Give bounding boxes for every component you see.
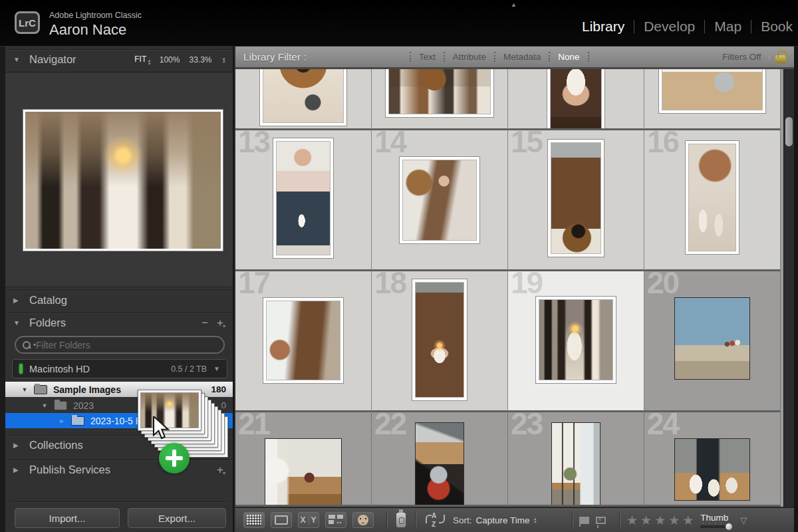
- navigator-preview-area: [5, 72, 233, 287]
- lock-icon[interactable]: [775, 55, 786, 63]
- grid-cell-21[interactable]: 21: [235, 412, 372, 507]
- toolbar-options-icon[interactable]: ▽: [740, 515, 747, 525]
- sort-direction-icon[interactable]: [425, 512, 445, 528]
- collapse-top-panel-arrow[interactable]: ▲: [511, 1, 517, 8]
- folder-name: 2023-10-5 B: [90, 416, 142, 426]
- flag-reject-icon[interactable]: ×: [596, 517, 606, 524]
- filter-folders-input[interactable]: [36, 340, 217, 350]
- right-panel-collapse-rail[interactable]: [794, 47, 798, 532]
- filter-option-metadata[interactable]: Metadata: [503, 52, 541, 62]
- photo-thumbnail: [675, 298, 749, 379]
- filter-folders-field[interactable]: ▾: [15, 336, 225, 354]
- filter-option-attribute[interactable]: Attribute: [453, 52, 486, 62]
- lrc-logo: LrC: [15, 11, 40, 34]
- scrollbar-thumb[interactable]: [785, 117, 793, 146]
- library-filter-options: Text Attribute Metadata None: [402, 52, 597, 62]
- module-divider: [634, 20, 634, 33]
- remove-folder-button[interactable]: −: [201, 317, 207, 330]
- thumbnail-size-label: Thumb: [700, 513, 728, 523]
- navigator-preview[interactable]: [23, 110, 223, 251]
- star-rating-control[interactable]: ★★★★★: [626, 513, 696, 527]
- zoom-ratio[interactable]: 33.3%: [189, 55, 211, 65]
- grid-cell[interactable]: [372, 69, 508, 130]
- catalog-panel-header[interactable]: ▶ Catalog: [5, 290, 233, 310]
- zoom-fit[interactable]: FIT▴▾: [134, 55, 150, 65]
- module-library[interactable]: Library: [582, 19, 624, 35]
- import-button[interactable]: Import...: [15, 508, 120, 528]
- add-publish-service-button[interactable]: +▾: [217, 464, 225, 477]
- painter-icon[interactable]: [396, 513, 406, 527]
- photo-thumbnail: [675, 439, 749, 500]
- photo-thumbnail: [416, 283, 464, 397]
- stepper-icon: ▴▾: [148, 59, 150, 65]
- grid-cell-15[interactable]: 15: [508, 130, 644, 271]
- thumbnail-size-slider[interactable]: [700, 525, 731, 528]
- folder-count: 180: [211, 384, 226, 394]
- app-name: Adobe Lightroom Classic: [49, 11, 142, 20]
- photo-thumbnail: [551, 143, 600, 253]
- grid-cell-17[interactable]: 17: [235, 271, 372, 412]
- photo-thumbnail: [267, 301, 340, 380]
- grid-cell-24[interactable]: 24: [644, 412, 781, 507]
- lightroom-window: LrC Adobe Lightroom Classic Aaron Nace ▲…: [0, 0, 798, 532]
- folders-panel-header[interactable]: ▼ Folders − +▾: [5, 313, 233, 332]
- people-view-icon[interactable]: [352, 512, 374, 528]
- grid-toolbar: XY Sort: Capture Time ▴▾ × ★★★★★ Thumb ▽: [235, 507, 794, 532]
- grid-cell[interactable]: [644, 69, 781, 130]
- photo-thumbnail: [277, 142, 330, 255]
- left-panel-collapse-rail[interactable]: [0, 47, 5, 532]
- volume-disclosure-icon[interactable]: ▼: [213, 365, 220, 372]
- grid-cell-23[interactable]: 23: [508, 412, 644, 507]
- library-filter-title: Library Filter :: [243, 51, 307, 63]
- grid-view-icon[interactable]: [243, 512, 265, 528]
- slider-knob[interactable]: [726, 523, 732, 530]
- folder-name: Sample Images: [53, 384, 121, 395]
- volume-name: Macintosh HD: [29, 364, 90, 374]
- disclosure-down-icon[interactable]: ▼: [20, 386, 29, 393]
- module-book[interactable]: Book: [761, 19, 793, 35]
- thumbnail-size-control: Thumb: [700, 513, 731, 528]
- grid-cell-22[interactable]: 22: [372, 412, 508, 507]
- loupe-view-icon[interactable]: [271, 512, 292, 528]
- photo-thumbnail: [263, 69, 343, 122]
- zoom-100[interactable]: 100%: [160, 55, 180, 65]
- disclosure-down-icon[interactable]: ▼: [40, 402, 49, 409]
- add-photos-plus-icon: [159, 443, 190, 473]
- survey-view-icon[interactable]: [325, 512, 346, 528]
- grid-scrollbar[interactable]: [783, 69, 794, 507]
- stepper-icon: ▴▾: [767, 54, 770, 61]
- navigator-preview-image: [25, 112, 221, 249]
- module-develop[interactable]: Develop: [644, 19, 695, 35]
- toolbar-divider: [572, 511, 573, 529]
- filter-option-text[interactable]: Text: [419, 52, 436, 62]
- folders-title: Folders: [29, 317, 66, 329]
- grid-cell-14[interactable]: 14: [372, 130, 508, 271]
- filter-option-none[interactable]: None: [558, 52, 579, 62]
- navigator-header[interactable]: ▼ Navigator FIT▴▾ 100% 33.3% ▴▾: [5, 49, 233, 69]
- photo-thumbnail: [265, 439, 341, 507]
- publish-services-title: Publish Services: [29, 464, 110, 476]
- volume-browser[interactable]: Macintosh HD 0.5 / 2 TB ▼: [12, 359, 227, 378]
- toolbar-divider: [619, 511, 620, 529]
- photo-thumbnail: [539, 300, 612, 380]
- stepper-icon[interactable]: ▴▾: [222, 57, 225, 63]
- grid-cell[interactable]: [235, 69, 372, 130]
- folder-icon: [55, 402, 66, 410]
- toolbar-divider: [415, 511, 416, 529]
- grid-cell-16[interactable]: 16: [644, 130, 781, 271]
- grid-cell-19[interactable]: 19: [508, 271, 644, 412]
- module-map[interactable]: Map: [714, 19, 741, 35]
- compare-view-icon[interactable]: XY: [298, 512, 319, 528]
- grid-cell[interactable]: [508, 69, 644, 130]
- export-button[interactable]: Export...: [128, 508, 226, 528]
- sort-value-dropdown[interactable]: Capture Time: [476, 515, 530, 525]
- module-divider: [751, 20, 751, 33]
- publish-services-panel-header[interactable]: ▶ Publish Services +▾: [5, 460, 233, 479]
- grid-cell-18[interactable]: 18: [372, 271, 508, 412]
- grid-cell-20[interactable]: 20: [644, 271, 781, 412]
- grid-cell-13[interactable]: 13: [235, 130, 372, 271]
- filters-state-dropdown[interactable]: Filters Off: [722, 52, 761, 62]
- add-folder-button[interactable]: +▾: [217, 317, 225, 330]
- disclosure-right-icon[interactable]: ▹: [57, 418, 66, 424]
- flag-pick-icon[interactable]: [579, 517, 589, 524]
